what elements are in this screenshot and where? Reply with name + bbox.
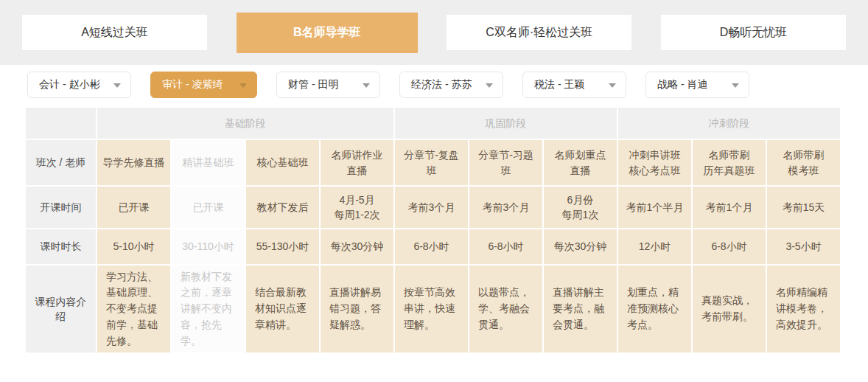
- description-cell: 直播讲解主要考点，融会贯通。: [544, 265, 617, 353]
- duration-cell: 6-8小时: [469, 229, 542, 264]
- class-name-cell: 名师带刷 模考班: [767, 140, 840, 185]
- duration-cell: 每次30分钟: [544, 229, 617, 264]
- description-cell: 真题实战，考前带刷。: [693, 265, 766, 353]
- class-name-cell: 分章节-习题班: [469, 140, 542, 185]
- duration-cell: 6-8小时: [395, 229, 468, 264]
- tab-class-b-active[interactable]: B名师导学班: [237, 13, 418, 53]
- subject-select-shenji-active[interactable]: 审计 - 凌紫绮: [150, 72, 257, 98]
- tab-class-d[interactable]: D畅听无忧班: [661, 15, 846, 50]
- description-cell: 结合最新教材知识点逐章精讲。: [246, 265, 319, 353]
- description-cell: 按章节高效串讲，快速理解。: [395, 265, 468, 353]
- row-header-class-teacher: 班次 / 老师: [26, 140, 96, 185]
- class-name-cell: 导学先修直播: [97, 140, 170, 185]
- subject-select-shuifa[interactable]: 税法 - 王颖: [522, 72, 626, 98]
- class-name-cell: 名师带刷 历年真题班: [693, 140, 766, 185]
- description-cell: 划重点，精准预测核心考点。: [618, 265, 691, 353]
- start-time-cell: 教材下发后: [246, 187, 319, 228]
- duration-cell: 5-10小时: [97, 229, 170, 264]
- stage-header-sprint: 冲刺阶段: [618, 108, 840, 139]
- duration-cell: 30-110小时: [172, 229, 245, 264]
- start-time-cell: 已开课: [97, 187, 170, 228]
- subject-select-kuaiji[interactable]: 会计 - 赵小彬: [27, 72, 131, 98]
- tab-class-c[interactable]: C双名师·轻松过关班: [447, 15, 631, 50]
- class-type-tab-bar: A短线过关班 B名师导学班 C双名师·轻松过关班 D畅听无忧班: [0, 0, 868, 65]
- duration-cell: 55-130小时: [246, 229, 319, 264]
- tab-class-a[interactable]: A短线过关班: [22, 15, 207, 50]
- start-time-cell: 考前1个月: [693, 187, 766, 228]
- description-cell: 学习方法、基础原理、不变考点提前学，基础先修。: [97, 265, 170, 353]
- subject-label: 税法 - 王颖: [534, 78, 584, 91]
- stage-header-consolidation: 巩固阶段: [395, 108, 617, 139]
- chevron-down-icon: [113, 83, 121, 88]
- start-time-cell: 已开课: [172, 187, 245, 228]
- description-cell: 以题带点，学、考融会贯通。: [469, 265, 542, 353]
- start-time-cell: 考前3个月: [469, 187, 542, 228]
- subject-select-caiguan[interactable]: 财管 - 田明: [276, 72, 380, 98]
- class-name-cell: 核心基础班: [246, 140, 319, 185]
- chevron-down-icon: [363, 83, 370, 88]
- description-cell: 新教材下发之前，逐章讲解不变内容，抢先学。: [172, 265, 245, 353]
- row-header-duration: 课时时长: [26, 229, 96, 264]
- chevron-down-icon: [732, 83, 739, 88]
- subject-label: 财管 - 田明: [288, 78, 338, 91]
- subject-label: 会计 - 赵小彬: [39, 78, 99, 91]
- subject-label: 审计 - 凌紫绮: [162, 78, 223, 91]
- class-name-cell: 名师划重点 直播: [544, 140, 617, 185]
- start-time-cell: 6月份 每周1次: [544, 187, 617, 228]
- chevron-down-icon: [239, 83, 247, 88]
- start-time-cell: 考前1个半月: [618, 187, 691, 228]
- duration-cell: 3-5小时: [767, 229, 840, 264]
- subject-select-zhanlue[interactable]: 战略 - 肖迪: [645, 72, 749, 98]
- corner-cell: [26, 108, 96, 139]
- start-time-cell: 4月-5月 每周1-2次: [321, 187, 393, 228]
- subject-label: 经济法 - 苏苏: [411, 78, 472, 91]
- duration-cell: 6-8小时: [693, 229, 766, 264]
- subject-label: 战略 - 肖迪: [657, 78, 707, 91]
- duration-cell: 12小时: [618, 229, 691, 264]
- class-name-cell: 名师讲作业 直播: [321, 140, 393, 185]
- start-time-cell: 考前3个月: [395, 187, 468, 228]
- description-cell: 名师精编精讲模考卷，高效提升。: [767, 265, 840, 353]
- row-header-start-time: 开课时间: [26, 187, 96, 228]
- subject-select-jingjifa[interactable]: 经济法 - 苏苏: [399, 72, 503, 98]
- class-name-cell: 精讲基础班: [172, 140, 245, 185]
- course-schedule-table: 基础阶段 巩固阶段 冲刺阶段 班次 / 老师 导学先修直播 精讲基础班 核心基础…: [24, 106, 868, 354]
- chevron-down-icon: [609, 83, 616, 88]
- stage-header-basic: 基础阶段: [97, 108, 393, 139]
- description-cell: 直播讲解易错习题，答疑解惑。: [321, 265, 393, 353]
- subject-filter-bar: 会计 - 赵小彬 审计 - 凌紫绮 财管 - 田明 经济法 - 苏苏 税法 - …: [0, 65, 868, 104]
- class-name-cell: 冲刺串讲班 核心考点班: [618, 140, 691, 185]
- duration-cell: 每次30分钟: [321, 229, 393, 264]
- class-name-cell: 分章节-复盘班: [395, 140, 468, 185]
- row-header-description: 课程内容介绍: [26, 265, 96, 353]
- start-time-cell: 考前15天: [767, 187, 840, 228]
- chevron-down-icon: [486, 83, 493, 88]
